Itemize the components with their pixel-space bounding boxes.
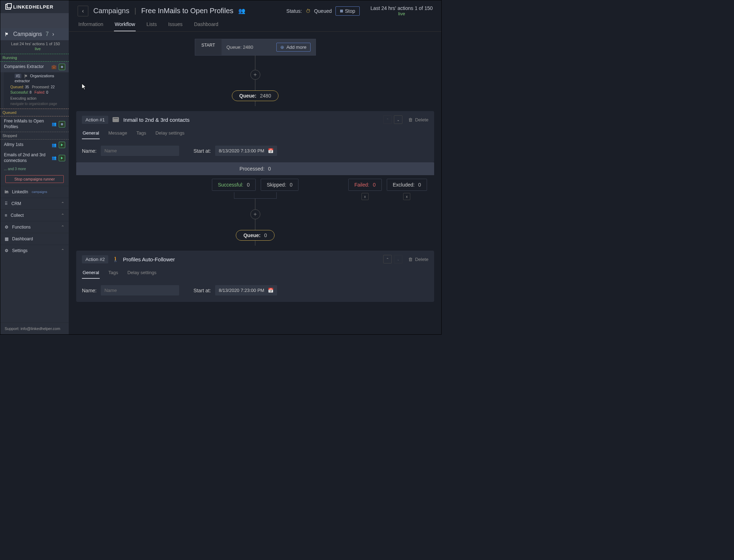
stats-row: Successful: 0 Skipped: 0 Failed: 0 x [76, 175, 434, 194]
close-failed-button[interactable]: x [361, 193, 369, 200]
nav-campaigns[interactable]: Campaigns 7 › [0, 28, 69, 40]
action-card-2: Action #2 🚶 Profiles Auto-Follower ⌃ ⌄ 🗑… [76, 251, 434, 302]
add-node-button[interactable]: + [250, 209, 260, 219]
nav-crm[interactable]: ⠿ CRM ⌃ [0, 198, 69, 209]
connector [255, 56, 255, 70]
section-stopped: Stopped [0, 132, 69, 140]
tab-dashboard[interactable]: Dashboard [193, 19, 219, 31]
connector [255, 219, 255, 230]
sidebar-spacer [0, 13, 69, 28]
atab-message[interactable]: Message [108, 128, 128, 139]
start-queue: Queue: 2480 ⊕ Add more [222, 39, 316, 55]
back-button[interactable]: ‹ [78, 6, 88, 16]
tab-issues[interactable]: Issues [167, 19, 183, 31]
live-indicator: live [370, 11, 433, 16]
campaigns-count: 7 [46, 31, 49, 37]
clock-icon: ⏱ [306, 8, 311, 14]
stat-excluded[interactable]: Excluded: 0 [387, 179, 427, 191]
main-content: ‹ Campaigns | Free InMails to Open Profi… [69, 0, 441, 334]
delete-action-button[interactable]: 🗑 Delete [408, 117, 428, 122]
tab-workflow[interactable]: Workflow [114, 19, 136, 31]
action-tabs: General Message Tags Delay settings [76, 128, 434, 139]
start-field: Start at: 8/13/2020 7:13:00 PM 📅 [193, 146, 277, 156]
stat-skipped[interactable]: Skipped: 0 [261, 179, 298, 191]
people-icon: 👥 [52, 156, 57, 160]
delete-action-button[interactable]: 🗑 Delete [408, 257, 428, 262]
more-campaigns[interactable]: ... and 3 more [0, 166, 69, 172]
chevron-up-icon: ⌃ [61, 201, 64, 206]
campaign-emails-2nd-3rd[interactable]: Emails of 2nd and 3rd connections 👥 [0, 150, 69, 166]
connector [255, 101, 255, 106]
name-input[interactable] [101, 285, 179, 295]
brand-text: LINKEDHELPER [13, 4, 53, 10]
stat-failed[interactable]: Failed: 0 [348, 179, 382, 191]
support-footer: Support: info@linkedhelper.com [0, 323, 69, 334]
chevron-up-icon: ⌃ [61, 225, 64, 230]
stop-button[interactable]: Stop [335, 6, 360, 16]
add-node-button[interactable]: + [250, 70, 260, 80]
campaign-free-inmails[interactable]: Free InMails to Open Profiles 👥 [0, 116, 69, 132]
tab-information[interactable]: Information [78, 19, 104, 31]
status-label: Status: [286, 8, 302, 14]
live-indicator: live [11, 47, 64, 51]
atab-tags[interactable]: Tags [108, 268, 119, 279]
campaign-companies-extractor[interactable]: Companies Extractor 💼 [0, 62, 69, 72]
nav-functions[interactable]: ⚙ Functions ⌃ [0, 221, 69, 233]
atab-delay[interactable]: Delay settings [155, 128, 185, 139]
status-value: Queued [314, 8, 332, 14]
name-field: Name: [82, 285, 179, 295]
close-excluded-button[interactable]: x [403, 193, 410, 200]
section-queued: Queued [0, 109, 69, 116]
nav-linkedin[interactable]: in LinkedIn campaigns [0, 186, 69, 198]
page-header: ‹ Campaigns | Free InMails to Open Profi… [69, 0, 441, 16]
sub-campaign-row[interactable]: #1 Organizations extractor [4, 72, 69, 84]
breadcrumb[interactable]: Campaigns [93, 7, 129, 15]
stop-campaign-button[interactable] [59, 64, 65, 70]
action-controls: ⌃ ⌄ 🗑 Delete [383, 255, 428, 263]
main-tabs: Information Workflow Lists Issues Dashbo… [69, 16, 441, 32]
grid-icon: ⠿ [5, 201, 8, 206]
add-more-button[interactable]: ⊕ Add more [276, 43, 310, 52]
app-root: LINKEDHELPER Campaigns 7 › Last 24 hrs' … [0, 0, 442, 335]
action-title: Inmail to 2nd & 3rd contacts [123, 117, 189, 123]
start-date-input[interactable]: 8/13/2020 7:13:00 PM 📅 [215, 146, 277, 156]
action-title: Profiles Auto-Follower [123, 256, 175, 262]
nav-collect[interactable]: ≡ Collect ⌃ [0, 209, 69, 221]
stop-campaigns-runner-button[interactable]: Stop campaigns runner [5, 175, 64, 183]
stat-successful[interactable]: Successful: 0 [212, 179, 256, 191]
action-body: Name: Start at: 8/13/2020 7:13:00 PM 📅 [76, 139, 434, 162]
separator: | [134, 7, 136, 15]
people-icon: 👥 [238, 7, 245, 14]
play-campaign-button[interactable] [59, 142, 65, 148]
flag-icon [5, 32, 10, 37]
move-down-button[interactable]: ⌄ [394, 115, 402, 124]
nav-settings[interactable]: ⚙ Settings ⌃ [0, 245, 69, 256]
atab-general[interactable]: General [82, 128, 100, 139]
workflow-canvas: START Queue: 2480 ⊕ Add more + Queue: 24… [69, 32, 441, 334]
queue-pill[interactable]: Queue: 2480 [232, 90, 278, 101]
plus-icon: ⊕ [280, 45, 284, 50]
stop-campaign-button[interactable] [59, 121, 65, 127]
play-campaign-button[interactable] [59, 155, 65, 161]
action-tag: Action #1 [82, 116, 108, 124]
move-down-button: ⌄ [394, 255, 402, 263]
trash-icon: 🗑 [408, 257, 413, 262]
connector [255, 199, 255, 209]
move-up-button[interactable]: ⌃ [383, 255, 392, 263]
collect-icon: ≡ [5, 213, 7, 218]
atab-delay[interactable]: Delay settings [127, 268, 157, 279]
nav-dashboard[interactable]: ▦ Dashboard [0, 233, 69, 245]
tab-lists[interactable]: Lists [146, 19, 157, 31]
atab-tags[interactable]: Tags [136, 128, 147, 139]
atab-general[interactable]: General [82, 268, 100, 279]
campaign-allmy-1sts[interactable]: Allmy 1sts 👥 [0, 140, 69, 150]
people-icon: 👥 [52, 143, 57, 147]
start-label: START [195, 39, 222, 55]
queue-pill[interactable]: Queue: 0 [236, 230, 274, 241]
chevron-up-icon: ⌃ [61, 248, 64, 253]
linkedin-icon: in [5, 189, 9, 194]
start-date-input[interactable]: 8/13/2020 7:23:00 PM 📅 [215, 285, 277, 295]
name-input[interactable] [101, 146, 179, 156]
dashboard-icon: ▦ [5, 236, 9, 241]
name-field: Name: [82, 146, 179, 156]
